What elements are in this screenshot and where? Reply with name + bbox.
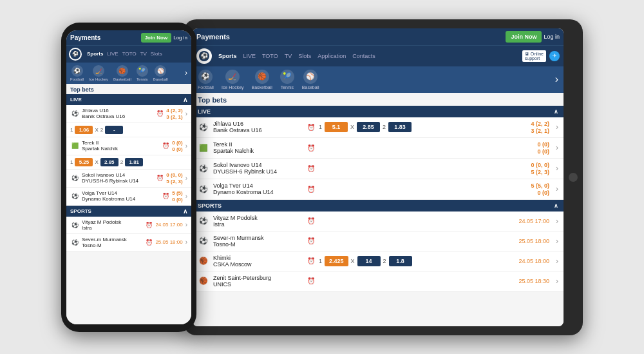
odd-btn-2[interactable]: 1.83: [388, 122, 412, 132]
tablet-nav-slots[interactable]: Slots: [298, 53, 311, 59]
soccer-ball-icon: ⚽: [198, 162, 209, 174]
phone-join-button[interactable]: Join Now: [141, 33, 172, 43]
clock-icon: ⏰: [307, 277, 315, 284]
table-row[interactable]: ⚽ Sokol Ivanovo U14 DYUSSH-6 Rybinsk U14…: [193, 159, 564, 179]
match-chevron-icon: ›: [556, 277, 558, 286]
match-odds: 0 (0) 0 (0): [172, 140, 182, 152]
phone-sport-tennis[interactable]: 🎾 Tennis: [137, 65, 148, 81]
soccer-ball-icon: ⚽: [70, 192, 79, 201]
match-teams: Volga Tver U14 Dynamo Kostroma U14: [82, 190, 160, 202]
odd-btn-1[interactable]: 5.1: [325, 122, 348, 132]
tablet-join-button[interactable]: Join Now: [506, 31, 542, 43]
match-chevron-icon: ›: [556, 143, 558, 152]
match-date: 24.05 17:00: [155, 222, 182, 228]
tablet-sport-baseball[interactable]: ⚾ Baseball: [302, 70, 319, 90]
match-teams: Terek II Spartak Nalchik: [213, 141, 303, 154]
monitor-icon: 🖥: [525, 52, 529, 56]
match-chevron-icon: ›: [556, 237, 558, 246]
tablet-sport-tennis[interactable]: 🎾 Tennis: [280, 70, 294, 90]
table-row[interactable]: ⚽ Jihlava U16 Banik Ostrava U16 ⏰ 4 (2, …: [66, 105, 191, 123]
tablet-sport-chevron[interactable]: ›: [555, 74, 558, 85]
odd-btn-2[interactable]: 1.8: [389, 256, 412, 266]
phone-login-button[interactable]: Log in: [173, 35, 187, 41]
phone-sport-football[interactable]: ⚽ Football: [70, 65, 84, 81]
odd-btn-x[interactable]: 2.85: [100, 158, 118, 166]
tablet-nav-toto[interactable]: TOTO: [262, 53, 278, 59]
table-row[interactable]: ⚽ Sever-m Murmansk Tosno-M ⏰ 25.05 18:00…: [66, 234, 191, 251]
tablet-header-actions: Join Now Log in: [506, 31, 560, 43]
odd-btn-2[interactable]: 1.81: [125, 158, 143, 166]
table-row[interactable]: ⚽ Volga Tver U14 Dynamo Kostroma U14 ⏰ 5…: [193, 179, 564, 200]
match-chevron-icon: ›: [185, 193, 187, 200]
odd-btn-1[interactable]: 1.06: [75, 126, 93, 134]
phone-sport-basketball[interactable]: 🏀 Basketball: [113, 65, 131, 81]
tablet-sport-bar: ⚽ Football 🏒 Ice Hockey 🏀 Basketball 🎾 T…: [193, 66, 564, 93]
odd-btn-x[interactable]: 2.85: [357, 122, 380, 132]
tablet-nav-sports[interactable]: Sports: [218, 53, 237, 59]
tablet-sports-chevron[interactable]: ∧: [554, 202, 558, 209]
soccer-ball-icon: ⚽: [198, 215, 209, 227]
tablet-sport-icehockey[interactable]: 🏒 Ice Hockey: [222, 70, 244, 90]
phone-sport-chevron[interactable]: ›: [185, 68, 187, 77]
phone-sport-icehockey[interactable]: 🏒 Ice Hockey: [89, 65, 108, 81]
phone-sport-baseball[interactable]: ⚾ Baseball: [153, 65, 168, 81]
soccer-ball-icon: ⚽: [198, 235, 209, 247]
match-odds: 0 (0, 0) 5 (2, 3): [531, 162, 549, 175]
table-row[interactable]: 🏀 Khimki CSKA Moscow ⏰ 1 2.425 X 14 2 1.…: [193, 251, 564, 271]
table-row[interactable]: ⚽ Volga Tver U14 Dynamo Kostroma U14 ⏰ 5…: [66, 188, 191, 206]
odd-btn-1[interactable]: 5.25: [75, 158, 93, 166]
tablet-nav-tv[interactable]: TV: [285, 53, 292, 59]
clock-icon: ⏰: [307, 217, 315, 224]
phone-nav-tv[interactable]: TV: [140, 51, 147, 57]
match-odds: 5 (5, 0) 0 (0): [531, 182, 549, 196]
tablet-sport-football[interactable]: ⚽ Football: [198, 70, 214, 90]
phone-live-chevron[interactable]: ∧: [183, 96, 187, 103]
clock-icon: ⏰: [146, 239, 153, 246]
soccer-ball-icon: ⚽: [70, 221, 79, 230]
odd-btn-2[interactable]: -: [105, 126, 123, 134]
table-row[interactable]: 🏀 Zenit Saint-Petersburg UNICS ⏰ 25.05 1…: [193, 271, 564, 291]
soccer-ball-icon: 🟩: [198, 142, 209, 153]
clock-icon: ⏰: [307, 237, 315, 244]
tablet-login-button[interactable]: Log in: [544, 34, 560, 40]
odds-row: 1 5.1 X 2.85 2 1.83: [319, 121, 527, 133]
match-teams: Terek II Spartak Nalchik: [82, 140, 160, 152]
match-teams: Sokol Ivanovo U14 DYUSSH-6 Rybinsk U14: [213, 162, 303, 175]
odd-btn-1[interactable]: 2.425: [325, 256, 348, 266]
table-row[interactable]: ⚽ Jihlava U16 Banik Ostrava U16 ⏰ 1 5.1 …: [193, 117, 564, 138]
phone-sports-chevron[interactable]: ∧: [183, 208, 187, 215]
odds-row: 1 5.25 X 2.85 2 1.81: [66, 155, 191, 170]
tablet-home-button[interactable]: [569, 173, 578, 182]
tablet-content: Top bets LIVE ∧ ⚽ Jihlava U16 Banik Ostr…: [193, 93, 564, 326]
tablet-support-box[interactable]: 🖥 Onlinesupport: [522, 50, 546, 62]
table-row[interactable]: ⚽ Vityaz M Podolsk Istra ⏰ 24.05 17:00 ›: [66, 217, 191, 234]
tablet-header-title: Payments: [196, 33, 230, 41]
tablet-nav-application[interactable]: Application: [317, 53, 346, 59]
phone-nav-toto[interactable]: TOTO: [122, 51, 137, 57]
tablet-live-chevron[interactable]: ∧: [554, 108, 558, 115]
tablet-nav-contacts[interactable]: Contacts: [352, 53, 375, 59]
tablet-nav-live[interactable]: LIVE: [243, 53, 256, 59]
odd-btn-x[interactable]: 14: [357, 256, 381, 266]
basketball-icon: 🏀: [198, 275, 209, 287]
soccer-ball-icon: ⚽: [70, 238, 79, 247]
soccer-ball-icon: 🟩: [70, 141, 79, 150]
odds-row: 1 2.425 X 14 2 1.8: [319, 255, 515, 268]
phone-sport-icons-bar: ⚽ Football 🏒 Ice Hockey 🏀 Basketball 🎾 T…: [66, 63, 191, 84]
match-chevron-icon: ›: [556, 257, 558, 266]
telegram-icon[interactable]: ✈: [549, 51, 560, 61]
phone-nav-slots[interactable]: Slots: [151, 51, 162, 57]
clock-icon: ⏰: [307, 165, 315, 172]
phone-nav-sports[interactable]: Sports: [87, 51, 103, 57]
match-chevron-icon: ›: [185, 110, 187, 117]
table-row[interactable]: 🟩 Terek II Spartak Nalchik ⏰ 0 (0) 0 (0)…: [193, 138, 564, 159]
match-odds: 0 (0) 0 (0): [537, 141, 549, 155]
table-row[interactable]: ⚽ Vityaz M Podolsk Istra ⏰ 24.05 17:00 ›: [193, 211, 564, 231]
table-row[interactable]: 🟩 Terek II Spartak Nalchik ⏰ 0 (0) 0 (0)…: [66, 137, 191, 155]
match-chevron-icon: ›: [185, 175, 187, 182]
table-row[interactable]: ⚽ Sever-m Murmansk Tosno-M ⏰ 25.05 18:00…: [193, 231, 564, 251]
tablet-sport-basketball[interactable]: 🏀 Basketball: [252, 70, 272, 90]
table-row[interactable]: ⚽ Sokol Ivanovo U14 DYUSSH-6 Rybinsk U14…: [66, 170, 191, 188]
phone-nav-live[interactable]: LIVE: [107, 51, 118, 57]
tablet-live-header: LIVE ∧: [193, 106, 564, 117]
